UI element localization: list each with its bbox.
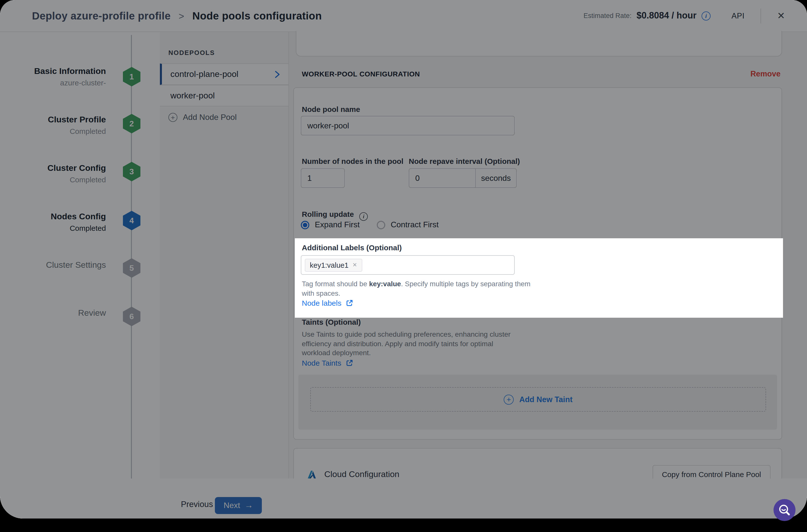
rolling-update-radios: Expand First Contract First: [301, 220, 439, 229]
step-title: Cluster Settings: [0, 259, 106, 271]
wizard-footer: [0, 478, 807, 518]
step-subtitle: Completed: [0, 222, 106, 234]
help-search-fab[interactable]: [773, 499, 795, 521]
breadcrumb-primary: Deploy azure-profile profile: [32, 10, 171, 21]
previous-button[interactable]: Previous: [181, 499, 213, 509]
cloud-configuration-title: Cloud Configuration: [324, 469, 399, 479]
step-subtitle: azure-cluster-: [0, 77, 106, 89]
step-title: Review: [0, 307, 106, 319]
header-divider: [761, 8, 761, 23]
add-new-taint-label: Add New Taint: [520, 395, 573, 404]
additional-labels-spotlight: Additional Labels (Optional) key1:value1…: [295, 238, 783, 318]
wizard-header: Deploy azure-profile profile > Node pool…: [0, 0, 807, 32]
next-button[interactable]: Next →: [215, 497, 262, 514]
nodepools-header: NODEPOOLS: [168, 49, 215, 56]
rolling-update-label: Rolling updatei: [302, 210, 368, 221]
taints-label: Taints (Optional): [302, 318, 361, 326]
breadcrumb-secondary: Node pools configuration: [192, 10, 322, 21]
breadcrumb: Deploy azure-profile profile > Node pool…: [32, 10, 322, 22]
step-title: Nodes Config: [0, 211, 106, 222]
deploy-wizard-window: Deploy azure-profile profile > Node pool…: [0, 0, 807, 518]
api-button[interactable]: API: [732, 11, 745, 20]
help-prefix: Tag format should be: [302, 280, 369, 288]
add-node-pool-label: Add Node Pool: [183, 113, 237, 122]
header-actions: Estimated Rate: $0.8084 / hour i API ✕: [584, 8, 785, 23]
taints-panel: + Add New Taint: [298, 375, 777, 430]
additional-labels-label: Additional Labels (Optional): [302, 243, 402, 252]
radio-label: Contract First: [391, 220, 439, 229]
screen: Deploy azure-profile profile > Node pool…: [0, 0, 807, 532]
step-basic-information[interactable]: Basic Information azure-cluster-: [0, 65, 106, 89]
repave-interval-group: seconds: [409, 168, 517, 188]
step-cluster-settings[interactable]: Cluster Settings: [0, 259, 106, 271]
nodepool-label: control-plane-pool: [170, 69, 238, 79]
breadcrumb-separator: >: [179, 11, 184, 21]
step-cluster-config[interactable]: Cluster Config Completed: [0, 162, 106, 185]
step-subtitle: Completed: [0, 174, 106, 185]
plus-circle-icon: +: [168, 113, 177, 122]
azure-logo-icon: [306, 469, 317, 480]
nodepool-label: worker-pool: [170, 91, 215, 101]
nodepool-item-control-plane-pool[interactable]: control-plane-pool: [160, 63, 288, 85]
nodes-count-label: Number of nodes in the pool: [302, 157, 404, 165]
step-title: Basic Information: [0, 65, 106, 77]
node-pool-name-input[interactable]: [301, 116, 515, 135]
add-node-pool-button[interactable]: + Add Node Pool: [160, 107, 288, 128]
node-taints-link[interactable]: Node Taints: [302, 359, 353, 367]
step-title: Cluster Config: [0, 162, 106, 174]
node-taints-link-text: Node Taints: [302, 359, 341, 367]
help-bold: key:value: [369, 280, 401, 288]
next-button-label: Next: [224, 501, 240, 510]
rate-info-icon[interactable]: i: [701, 11, 711, 20]
rolling-update-info-icon[interactable]: i: [359, 212, 368, 221]
tag-remove-icon[interactable]: ✕: [353, 262, 357, 268]
node-labels-link[interactable]: Node labels: [302, 299, 353, 307]
external-link-icon: [346, 299, 353, 307]
repave-unit: seconds: [476, 169, 516, 187]
step-review[interactable]: Review: [0, 307, 106, 319]
estimated-rate-value: $0.8084 / hour: [637, 11, 697, 21]
add-new-taint-button[interactable]: + Add New Taint: [310, 387, 766, 412]
radio-label: Expand First: [315, 220, 360, 229]
plus-circle-icon: +: [504, 394, 514, 404]
labels-help-text: Tag format should be key:value. Specify …: [302, 279, 541, 298]
taints-description: Use Taints to guide pod scheduling prefe…: [302, 330, 518, 357]
labels-tag-input[interactable]: key1:value1 ✕: [301, 255, 515, 275]
step-subtitle: Completed: [0, 126, 106, 137]
radio-expand-first[interactable]: Expand First: [301, 220, 360, 229]
chevron-right-icon: [274, 70, 280, 78]
nodes-count-input[interactable]: [301, 168, 345, 188]
step-cluster-profile[interactable]: Cluster Profile Completed: [0, 114, 106, 137]
section-title: WORKER-POOL CONFIGURATION: [302, 70, 420, 78]
magnifier-smile-icon: [777, 503, 791, 517]
step-title: Cluster Profile: [0, 114, 106, 126]
radio-unselected-icon: [377, 221, 385, 229]
stepper-line: [131, 35, 132, 479]
nodepools-panel: NODEPOOLS control-plane-pool worker-pool…: [160, 32, 289, 518]
repave-interval-label: Node repave interval (Optional): [409, 157, 520, 165]
label-tag-chip: key1:value1 ✕: [305, 259, 362, 271]
repave-interval-input[interactable]: [409, 169, 476, 187]
rolling-update-text: Rolling update: [302, 210, 354, 218]
tag-text: key1:value1: [310, 261, 349, 269]
external-link-icon: [346, 359, 353, 367]
step-nodes-config[interactable]: Nodes Config Completed: [0, 211, 106, 234]
arrow-right-icon: →: [245, 500, 253, 511]
radio-selected-icon: [301, 221, 309, 229]
radio-contract-first[interactable]: Contract First: [377, 220, 439, 229]
node-pool-name-label: Node pool name: [302, 105, 360, 113]
node-labels-link-text: Node labels: [302, 299, 341, 307]
remove-pool-button[interactable]: Remove: [750, 70, 781, 78]
nodepool-item-worker-pool[interactable]: worker-pool: [160, 85, 288, 107]
close-icon[interactable]: ✕: [777, 10, 785, 21]
previous-section-card-edge: [296, 31, 782, 56]
estimated-rate-label: Estimated Rate:: [584, 12, 632, 19]
